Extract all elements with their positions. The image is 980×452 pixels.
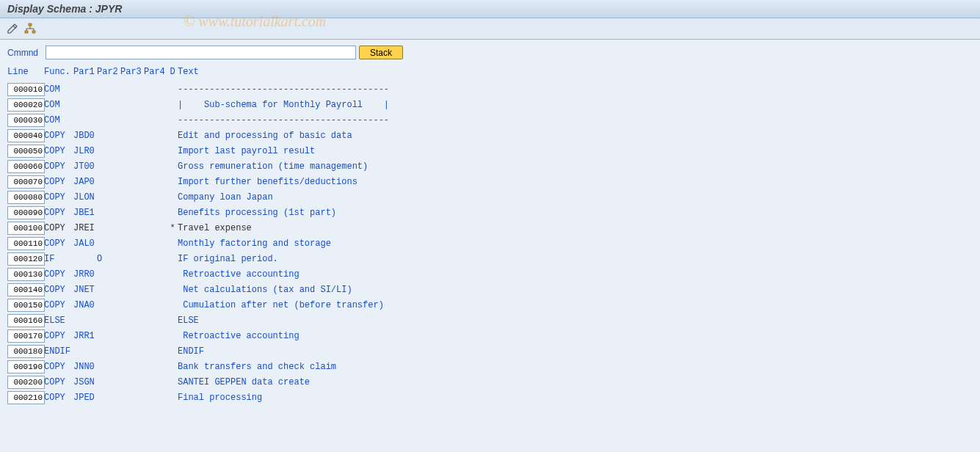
table-row: COPYJAL0Monthly factoring and storage (7, 236, 973, 251)
cell-func: COM (44, 115, 73, 125)
svg-rect-0 (29, 23, 32, 26)
line-number-input[interactable] (7, 191, 45, 204)
cell-text: Gross remuneration (time management) (178, 161, 368, 172)
cell-func: COPY (44, 377, 73, 387)
cell-text: Retroactive accounting (178, 269, 300, 280)
page-title: Display Schema : JPYR (0, 0, 980, 18)
line-number-input[interactable] (7, 329, 45, 343)
table-row: COM-------------------------------------… (7, 112, 973, 128)
cell-text: Cumulation after net (before transfer) (178, 300, 384, 310)
line-number-input[interactable] (7, 360, 45, 373)
cell-func: COPY (44, 161, 73, 172)
table-row: COPYJSGNSANTEI GEPPEN data create (7, 374, 973, 390)
cell-text: SANTEI GEPPEN data create (178, 377, 310, 387)
cell-par1: JSGN (73, 377, 97, 387)
line-number-input[interactable] (7, 252, 45, 266)
cell-par1: JNN0 (73, 362, 97, 372)
cell-text: | Sub-schema for Monthly Payroll | (178, 100, 389, 110)
cell-text: Company loan Japan (178, 192, 273, 203)
cell-func: COPY (44, 393, 73, 403)
line-number-input[interactable] (7, 129, 45, 142)
cell-text: Retroactive accounting (178, 331, 300, 341)
cell-par1: JLR0 (73, 146, 97, 156)
cell-par2: O (97, 254, 120, 264)
cell-text: ---------------------------------------- (178, 115, 389, 125)
cell-func: COPY (44, 192, 73, 203)
cell-func: COM (44, 100, 73, 110)
cell-func: COPY (44, 208, 73, 218)
cell-func: COPY (44, 238, 73, 249)
edit-icon[interactable] (6, 22, 19, 35)
svg-rect-2 (32, 31, 35, 33)
table-row: COPYJT00Gross remuneration (time managem… (7, 158, 973, 174)
stack-button[interactable]: Stack (359, 45, 403, 59)
cell-par1: JNET (73, 285, 97, 295)
table-row: COPYJRR0 Retroactive accounting (7, 266, 973, 282)
cell-func: COPY (44, 223, 73, 233)
table-row: COPYJREI*Travel expense (7, 220, 973, 236)
line-number-input[interactable] (7, 222, 45, 235)
table-row: COPYJBE1Benefits processing (1st part) (7, 205, 973, 220)
line-number-input[interactable] (7, 83, 45, 96)
cell-par1: JAP0 (73, 177, 97, 187)
cell-func: COPY (44, 146, 73, 156)
line-number-input[interactable] (7, 376, 45, 389)
cell-text: Travel expense (178, 223, 252, 233)
command-row: Cmmnd Stack (7, 45, 973, 59)
line-number-input[interactable] (7, 268, 45, 281)
hdr-par2: Par2 (97, 67, 120, 77)
content-area: Cmmnd Stack Line Func. Par1 Par2 Par3 Pa… (0, 40, 980, 411)
command-input[interactable] (46, 45, 356, 59)
table-row: COPYJBD0Edit and processing of basic dat… (7, 128, 973, 143)
cell-func: COPY (44, 177, 73, 187)
cell-par1: JRR0 (73, 269, 97, 280)
cell-par1: JNA0 (73, 300, 97, 310)
line-number-input[interactable] (7, 345, 45, 358)
cell-func: ENDIF (44, 346, 73, 357)
table-row: COPYJLR0Import last payroll result (7, 143, 973, 158)
cell-func: COPY (44, 269, 73, 280)
line-number-input[interactable] (7, 237, 45, 250)
cell-par1: JRR1 (73, 331, 97, 341)
hdr-par3: Par3 (120, 67, 144, 77)
cell-func: IF (44, 254, 73, 264)
line-number-input[interactable] (7, 98, 45, 112)
svg-rect-1 (25, 31, 28, 33)
cell-text: ---------------------------------------- (178, 84, 389, 95)
command-label: Cmmnd (7, 48, 43, 58)
line-number-input[interactable] (7, 175, 45, 189)
table-row: COPYJRR1 Retroactive accounting (7, 328, 973, 343)
toolbar (0, 18, 980, 40)
line-number-input[interactable] (7, 114, 45, 127)
cell-text: Import further benefits/deductions (178, 177, 357, 187)
table-row: COPYJLONCompany loan Japan (7, 189, 973, 205)
line-number-input[interactable] (7, 314, 45, 327)
cell-func: COPY (44, 285, 73, 295)
table-row: COPYJNN0Bank transfers and check claim (7, 359, 973, 374)
cell-d: * (167, 223, 178, 233)
cell-par1: JBE1 (73, 208, 97, 218)
cell-text: IF original period. (178, 254, 278, 264)
hdr-par4: Par4 (144, 67, 167, 77)
table-row: COPYJNA0 Cumulation after net (before tr… (7, 297, 973, 313)
cell-text: ENDIF (178, 346, 204, 357)
line-number-input[interactable] (7, 391, 45, 404)
table-row: COPYJNET Net calculations (tax and SI/LI… (7, 282, 973, 297)
cell-func: ELSE (44, 316, 73, 326)
line-number-input[interactable] (7, 299, 45, 312)
line-number-input[interactable] (7, 160, 45, 173)
cell-par1: JPED (73, 393, 97, 403)
cell-par1: JBD0 (73, 131, 97, 141)
line-number-input[interactable] (7, 206, 45, 219)
cell-par1: JT00 (73, 161, 97, 172)
cell-text: Benefits processing (1st part) (178, 208, 336, 218)
hierarchy-icon[interactable] (23, 22, 37, 35)
cell-text: Edit and processing of basic data (178, 131, 352, 141)
line-number-input[interactable] (7, 283, 45, 296)
cell-text: ELSE (178, 316, 199, 326)
hdr-par1: Par1 (73, 67, 97, 77)
grid-header: Line Func. Par1 Par2 Par3 Par4 D Text (7, 64, 973, 79)
line-number-input[interactable] (7, 145, 45, 158)
schema-grid: Line Func. Par1 Par2 Par3 Par4 D Text CO… (7, 64, 973, 405)
cell-func: COPY (44, 300, 73, 310)
